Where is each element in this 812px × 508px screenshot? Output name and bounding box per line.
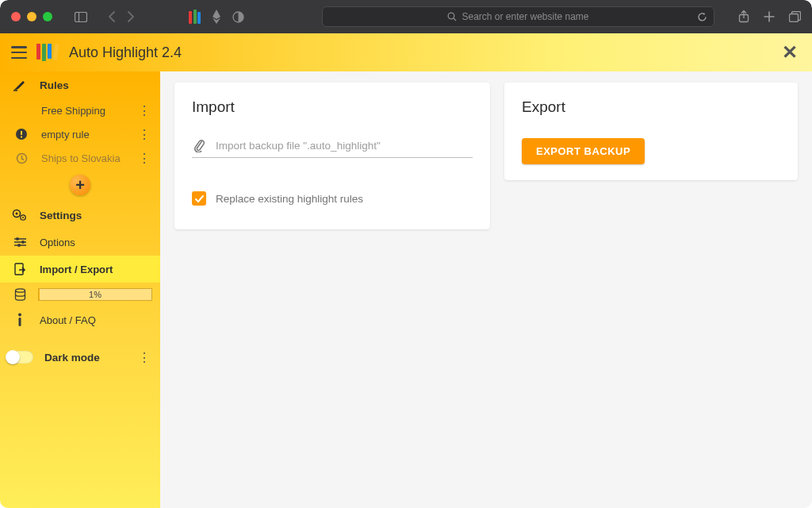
rule-label: Free Shipping xyxy=(41,105,124,117)
import-file-placeholder: Import backup file ".auto_highlight" xyxy=(216,140,381,152)
sidebar-rule-empty[interactable]: empty rule ⋮ xyxy=(0,122,160,146)
info-icon xyxy=(11,313,29,327)
svg-rect-6 xyxy=(790,14,799,22)
svg-rect-21 xyxy=(15,264,23,275)
import-title: Import xyxy=(192,98,473,116)
extension-eth-icon[interactable] xyxy=(212,10,221,24)
sidebar-dark-mode: Dark mode ⋮ xyxy=(0,341,160,373)
app-title: Auto Highlight 2.4 xyxy=(69,44,182,61)
svg-rect-0 xyxy=(75,12,87,21)
sidebar-import-export-label: Import / Export xyxy=(40,264,113,275)
back-icon[interactable] xyxy=(108,11,116,22)
svg-point-20 xyxy=(17,244,21,247)
gears-icon xyxy=(11,209,29,221)
nav-arrows xyxy=(108,11,135,22)
svg-line-4 xyxy=(454,18,456,21)
address-bar[interactable]: Search or enter website name xyxy=(322,6,714,27)
svg-rect-8 xyxy=(21,131,22,135)
more-icon[interactable]: ⋮ xyxy=(135,127,154,142)
extension-contrast-icon[interactable] xyxy=(232,11,244,23)
sidebar-about[interactable]: About / FAQ xyxy=(0,306,160,333)
paperclip-icon xyxy=(192,138,206,152)
import-card: Import Import backup file ".auto_highlig… xyxy=(174,83,490,229)
replace-rules-row: Replace existing highlight rules xyxy=(192,191,473,206)
window-controls xyxy=(11,12,52,21)
storage-fill xyxy=(39,289,40,300)
sidebar-settings-label: Settings xyxy=(40,210,82,221)
more-icon[interactable]: ⋮ xyxy=(135,103,154,118)
extension-books-icon[interactable] xyxy=(189,10,201,24)
close-icon[interactable]: ✕ xyxy=(782,41,801,64)
database-icon xyxy=(11,288,29,301)
search-icon xyxy=(447,12,457,21)
sliders-icon xyxy=(11,237,29,248)
svg-rect-24 xyxy=(19,318,21,326)
svg-point-18 xyxy=(21,241,25,244)
svg-point-12 xyxy=(16,213,18,215)
app-logo-icon xyxy=(36,44,58,61)
address-placeholder: Search or enter website name xyxy=(462,11,588,22)
sidebar-rule-free-shipping[interactable]: Free Shipping ⋮ xyxy=(0,98,160,122)
titlebar-right xyxy=(738,10,801,23)
more-icon[interactable]: ⋮ xyxy=(135,350,154,365)
rule-label: empty rule xyxy=(41,129,124,140)
sidebar-import-export[interactable]: Import / Export xyxy=(0,256,160,283)
new-tab-icon[interactable] xyxy=(764,11,775,22)
import-file-input[interactable]: Import backup file ".auto_highlight" xyxy=(192,138,473,158)
reload-icon[interactable] xyxy=(697,12,707,22)
export-title: Export xyxy=(522,98,780,116)
export-backup-button[interactable]: EXPORT BACKUP xyxy=(522,138,645,164)
sidebar-settings-header[interactable]: Settings xyxy=(0,202,160,229)
import-export-icon xyxy=(11,263,29,275)
warning-icon xyxy=(13,128,30,140)
sidebar-rules-header[interactable]: Rules xyxy=(0,71,160,98)
maximize-window-icon[interactable] xyxy=(43,12,52,21)
menu-icon[interactable] xyxy=(11,46,27,59)
storage-bar: 1% xyxy=(38,288,152,301)
sidebar-about-label: About / FAQ xyxy=(40,314,96,326)
storage-percent: 1% xyxy=(89,290,102,299)
svg-point-3 xyxy=(449,13,455,19)
svg-point-23 xyxy=(18,314,21,317)
svg-rect-9 xyxy=(21,137,22,138)
dark-mode-label: Dark mode xyxy=(44,352,128,364)
svg-point-22 xyxy=(15,289,25,292)
browser-titlebar: Search or enter website name xyxy=(0,0,812,33)
minimize-window-icon[interactable] xyxy=(27,12,36,21)
highlighter-icon xyxy=(11,79,29,91)
sidebar-options[interactable]: Options xyxy=(0,229,160,256)
dark-mode-toggle[interactable] xyxy=(6,351,33,364)
clock-icon xyxy=(13,152,30,164)
app-bar: Auto Highlight 2.4 ✕ xyxy=(0,33,812,71)
sidebar-toggle-icon[interactable] xyxy=(75,12,87,22)
add-rule-button[interactable]: + xyxy=(70,175,90,195)
replace-rules-label: Replace existing highlight rules xyxy=(216,193,363,205)
forward-icon[interactable] xyxy=(127,11,135,22)
export-card: Export EXPORT BACKUP xyxy=(504,83,798,180)
close-window-icon[interactable] xyxy=(11,12,21,21)
sidebar-options-label: Options xyxy=(40,237,75,248)
rule-label: Ships to Slovakia xyxy=(41,152,124,164)
sidebar-rule-ships-slovakia[interactable]: Ships to Slovakia ⋮ xyxy=(0,146,160,170)
main-content: Import Import backup file ".auto_highlig… xyxy=(160,71,812,508)
sidebar: Rules Free Shipping ⋮ empty rule ⋮ Ships… xyxy=(0,71,160,508)
svg-point-14 xyxy=(22,217,24,218)
svg-point-16 xyxy=(16,237,19,241)
sidebar-storage: 1% xyxy=(0,283,160,306)
replace-rules-checkbox[interactable] xyxy=(192,191,206,206)
tabs-overview-icon[interactable] xyxy=(789,11,801,22)
more-icon[interactable]: ⋮ xyxy=(135,151,154,166)
sidebar-rules-label: Rules xyxy=(40,79,69,91)
share-icon[interactable] xyxy=(738,10,749,23)
